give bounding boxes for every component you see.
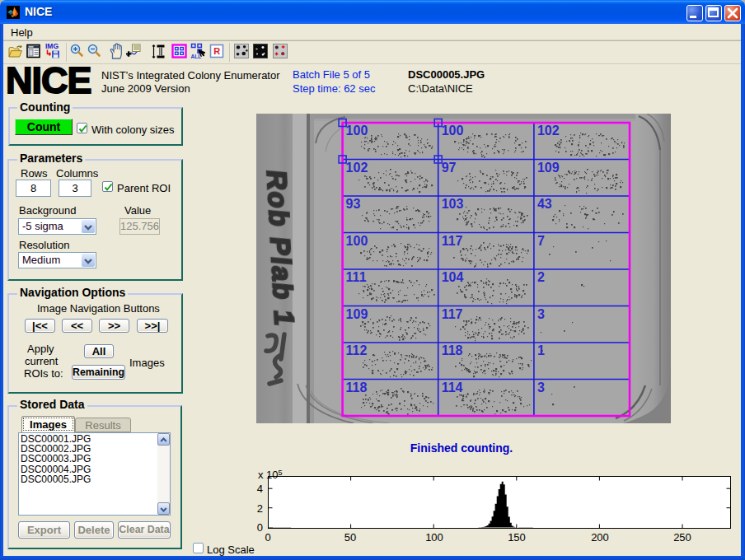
svg-text:100: 100 [346,124,368,138]
svg-text:97: 97 [442,161,457,175]
svg-text:109: 109 [346,307,368,321]
svg-text:R: R [213,46,220,56]
svg-text:93: 93 [346,197,361,211]
svg-text:NICE: NICE [6,66,91,96]
svg-text:100: 100 [346,234,368,248]
svg-text:118: 118 [346,380,368,394]
svg-text:43: 43 [537,197,552,211]
svg-text:117: 117 [442,234,463,248]
svg-text:111: 111 [346,270,367,284]
svg-text:102: 102 [346,161,368,175]
svg-text:ALL: ALL [191,54,202,59]
svg-text:1: 1 [537,343,545,357]
svg-text:104: 104 [442,270,464,284]
svg-text:102: 102 [537,124,560,138]
svg-text:3: 3 [537,307,545,321]
svg-text:3: 3 [537,380,545,394]
svg-text:2: 2 [537,270,545,284]
svg-text:IMG: IMG [45,43,59,50]
svg-text:114: 114 [442,380,463,394]
svg-text:7: 7 [537,234,545,248]
svg-text:117: 117 [442,307,463,321]
svg-text:109: 109 [537,161,560,175]
svg-text:103: 103 [442,197,464,211]
svg-text:112: 112 [346,343,368,357]
svg-text:100: 100 [442,124,464,138]
svg-text:118: 118 [442,343,463,357]
